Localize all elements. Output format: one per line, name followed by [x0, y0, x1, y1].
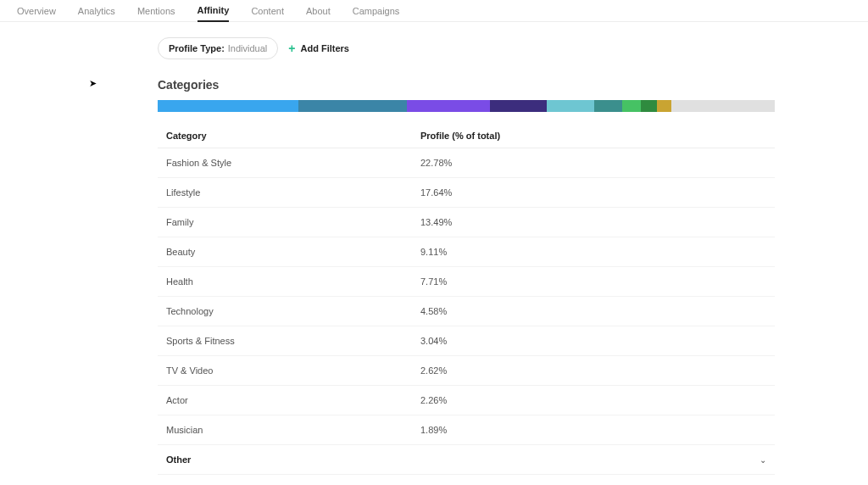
table-row[interactable]: Musician1.89%	[158, 415, 775, 445]
dist-segment	[671, 100, 683, 112]
top-nav: OverviewAnalyticsMentionsAffinityContent…	[0, 0, 868, 22]
cell-category: TV & Video	[158, 356, 412, 386]
dist-segment	[641, 100, 657, 112]
cell-percent: 13.49%	[412, 208, 775, 237]
cell-percent: 2.62%	[412, 356, 775, 386]
tab-overview[interactable]: Overview	[17, 1, 56, 21]
dist-segment	[547, 100, 594, 112]
chevron-down-icon: ⌄	[760, 455, 766, 465]
cell-category: Sports & Fitness	[158, 326, 412, 356]
dist-segment	[683, 100, 775, 112]
category-distribution-bar	[158, 100, 775, 112]
table-row[interactable]: Sports & Fitness3.04%	[158, 326, 775, 356]
cell-category: Fashion & Style	[158, 148, 412, 178]
table-row[interactable]: Fashion & Style22.78%	[158, 148, 775, 178]
cell-category: Family	[158, 208, 412, 237]
col-percent[interactable]: Profile (% of total)	[412, 124, 775, 148]
tab-affinity[interactable]: Affinity	[198, 0, 230, 22]
cell-percent: 4.58%	[412, 297, 775, 326]
table-header-row: Category Profile (% of total)	[158, 124, 775, 148]
cell-category: Actor	[158, 386, 412, 415]
col-category[interactable]: Category	[158, 124, 412, 148]
dist-segment	[594, 100, 622, 112]
table-row[interactable]: Technology4.58%	[158, 297, 775, 326]
table-row[interactable]: TV & Video2.62%	[158, 356, 775, 386]
cell-percent: 7.71%	[412, 267, 775, 297]
profile-type-filter[interactable]: Profile Type: Individual	[158, 37, 278, 59]
cell-category: Beauty	[158, 237, 412, 267]
cell-category: Technology	[158, 297, 412, 326]
categories-table: Category Profile (% of total) Fashion & …	[158, 124, 775, 445]
cell-percent: 17.64%	[412, 178, 775, 208]
dist-segment	[657, 100, 670, 112]
add-filters-label: Add Filters	[300, 43, 348, 53]
section-title: Categories	[158, 78, 868, 92]
table-row[interactable]: Lifestyle17.64%	[158, 178, 775, 208]
tab-content[interactable]: Content	[251, 1, 284, 21]
dist-segment	[298, 100, 407, 112]
cell-category: Health	[158, 267, 412, 297]
tab-campaigns[interactable]: Campaigns	[353, 1, 400, 21]
add-filters-button[interactable]: + Add Filters	[288, 42, 349, 54]
profile-type-label: Profile Type:	[169, 43, 225, 53]
cell-percent: 1.89%	[412, 415, 775, 445]
cell-percent: 2.26%	[412, 386, 775, 415]
cell-category: Lifestyle	[158, 178, 412, 208]
cell-percent: 22.78%	[412, 148, 775, 178]
profile-type-value: Individual	[228, 43, 267, 53]
dist-segment	[622, 100, 641, 112]
cell-category: Musician	[158, 415, 412, 445]
dist-segment	[407, 100, 490, 112]
other-label: Other	[166, 454, 191, 465]
page-content: Profile Type: Individual + Add Filters C…	[0, 22, 868, 475]
dist-segment	[490, 100, 546, 112]
table-row[interactable]: Family13.49%	[158, 208, 775, 237]
tab-about[interactable]: About	[306, 1, 331, 21]
dist-segment	[158, 100, 298, 112]
other-row[interactable]: Other ⌄	[158, 445, 775, 475]
table-body: Fashion & Style22.78%Lifestyle17.64%Fami…	[158, 148, 775, 445]
table-row[interactable]: Health7.71%	[158, 267, 775, 297]
tab-mentions[interactable]: Mentions	[137, 1, 175, 21]
filter-row: Profile Type: Individual + Add Filters	[158, 37, 868, 59]
plus-icon: +	[288, 42, 295, 54]
tab-analytics[interactable]: Analytics	[78, 1, 115, 21]
table-row[interactable]: Actor2.26%	[158, 386, 775, 415]
cell-percent: 3.04%	[412, 326, 775, 356]
cell-percent: 9.11%	[412, 237, 775, 267]
table-row[interactable]: Beauty9.11%	[158, 237, 775, 267]
